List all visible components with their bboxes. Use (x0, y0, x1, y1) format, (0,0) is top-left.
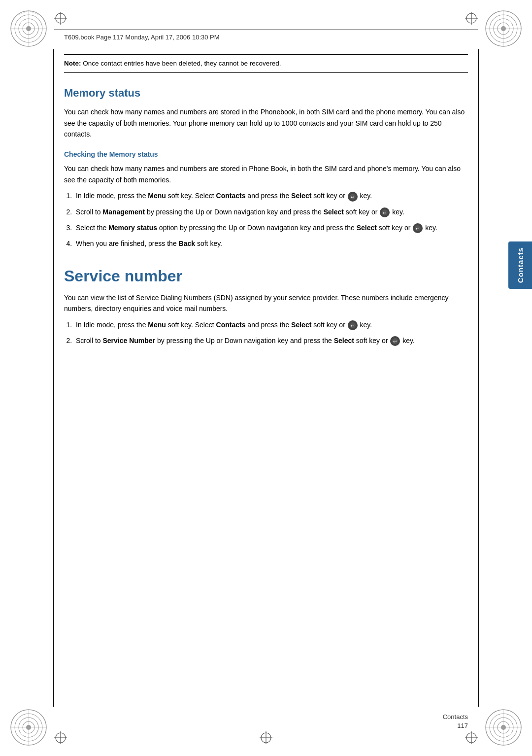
border-line (53, 49, 54, 69)
memory-status-body2: You can check how many names and numbers… (64, 163, 468, 185)
border-line (53, 69, 54, 687)
side-tab-label: Contacts (516, 247, 525, 283)
page: T609.book Page 117 Monday, April 17, 200… (0, 0, 532, 756)
key-icon: ↩ (348, 192, 358, 202)
memory-status-heading: Memory status (64, 87, 468, 100)
header-text: T609.book Page 117 Monday, April 17, 200… (64, 34, 220, 41)
corner-decoration-br (484, 708, 523, 747)
corner-decoration-tr (484, 9, 523, 48)
svg-text:↩: ↩ (383, 210, 387, 215)
crossmark-tl (53, 11, 68, 26)
note-text: Once contact entries have been deleted, … (83, 60, 281, 67)
crossmark-bl (53, 730, 68, 745)
key-icon: ↩ (348, 320, 358, 330)
key-icon: ↩ (380, 207, 390, 217)
step-item: In Idle mode, press the Menu soft key. S… (74, 190, 468, 201)
service-number-heading: Service number (64, 267, 468, 285)
border-line (478, 49, 479, 69)
note-label: Note: (64, 60, 81, 67)
footer-page: 117 (457, 722, 468, 729)
step-item: In Idle mode, press the Menu soft key. S… (74, 319, 468, 330)
key-icon: ↩ (413, 223, 423, 233)
step-item: When you are finished, press the Back so… (74, 238, 468, 249)
step-item: Scroll to Service Number by pressing the… (74, 335, 468, 346)
border-line (478, 687, 479, 707)
checking-memory-subheading: Checking the Memory status (64, 150, 468, 158)
footer: Contacts 117 (64, 713, 468, 730)
header-divider (54, 30, 478, 30)
step-item: Scroll to Management by pressing the Up … (74, 206, 468, 217)
side-tab-contacts: Contacts (508, 241, 532, 289)
main-content: Note: Once contact entries have been del… (64, 54, 468, 707)
crossmark-br (464, 730, 479, 745)
memory-status-body1: You can check how many names and numbers… (64, 106, 468, 139)
svg-text:↩: ↩ (416, 226, 420, 231)
service-number-body1: You can view the list of Service Dialing… (64, 292, 468, 314)
svg-text:↩: ↩ (393, 339, 397, 344)
crossmark-tr (464, 11, 479, 26)
corner-decoration-bl (9, 708, 48, 747)
border-line (478, 69, 479, 687)
svg-text:↩: ↩ (351, 323, 355, 328)
note-box: Note: Once contact entries have been del… (64, 54, 468, 73)
memory-status-steps: In Idle mode, press the Menu soft key. S… (74, 190, 468, 249)
crossmark-bc (259, 730, 273, 745)
border-line (53, 687, 54, 707)
step-item: Select the Memory status option by press… (74, 222, 468, 233)
footer-label: Contacts (443, 713, 468, 721)
key-icon: ↩ (390, 336, 400, 346)
corner-decoration-tl (9, 9, 48, 48)
service-number-steps: In Idle mode, press the Menu soft key. S… (74, 319, 468, 346)
svg-text:↩: ↩ (351, 195, 355, 200)
